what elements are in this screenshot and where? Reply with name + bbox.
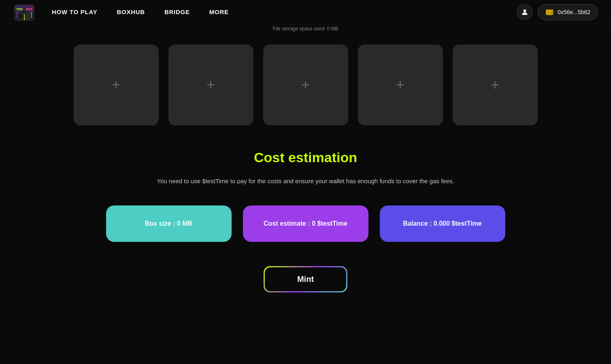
svg-point-12	[524, 9, 526, 12]
navbar: TIME BOX HOW TO PLAY BOXHUB BRIDGE MORE	[0, 0, 611, 24]
upload-slot-4[interactable]: +	[358, 44, 443, 125]
svg-text:TIME: TIME	[16, 8, 23, 11]
nav-bridge[interactable]: BRIDGE	[164, 8, 190, 15]
add-file-icon-3: +	[301, 78, 310, 92]
wallet-address: 0x56e...5b62	[558, 9, 590, 15]
add-file-icon-2: +	[207, 78, 215, 92]
add-file-icon-1: +	[112, 78, 120, 92]
balance-card: Balance : 0.000 $testTime	[380, 205, 505, 242]
main-content: + + + + + Cost estimation You need to us…	[0, 32, 611, 317]
upload-slot-2[interactable]: +	[168, 44, 253, 125]
upload-slot-5[interactable]: +	[453, 44, 538, 125]
mint-button[interactable]: Mint	[265, 267, 346, 291]
add-file-icon-4: +	[396, 78, 404, 92]
cost-estimation-section: Cost estimation You need to use $testTim…	[63, 150, 549, 292]
logo[interactable]: TIME BOX	[13, 1, 36, 23]
wallet-icon	[545, 8, 554, 17]
storage-info: File storage space used: 0 MB	[0, 24, 611, 32]
cost-estimate-card: Cost estimate : 0 $testTime	[243, 205, 368, 242]
nav-more[interactable]: MORE	[209, 8, 229, 15]
upload-slot-1[interactable]: +	[74, 44, 159, 125]
cost-estimation-description: You need to use $testTime to pay for the…	[63, 177, 549, 186]
nav-boxhub[interactable]: BOXHUB	[117, 8, 145, 15]
svg-rect-13	[546, 10, 553, 15]
svg-point-14	[551, 12, 552, 13]
nav-right: 0x56e...5b62	[517, 4, 598, 20]
upload-slot-3[interactable]: +	[263, 44, 348, 125]
mint-button-wrapper: Mint	[264, 266, 347, 292]
wallet-button[interactable]: 0x56e...5b62	[538, 4, 598, 20]
nav-how-to-play[interactable]: HOW TO PLAY	[52, 8, 97, 15]
nav-links: HOW TO PLAY BOXHUB BRIDGE MORE	[52, 8, 517, 15]
user-icon-button[interactable]	[517, 4, 533, 20]
cost-cards-container: Box size : 0 MB Cost estimate : 0 $testT…	[63, 205, 549, 242]
add-file-icon-5: +	[491, 78, 499, 92]
svg-text:BOX: BOX	[26, 8, 32, 11]
box-size-card: Box size : 0 MB	[106, 205, 232, 242]
upload-slots-container: + + + + +	[32, 44, 579, 125]
cost-estimation-title: Cost estimation	[63, 150, 549, 165]
